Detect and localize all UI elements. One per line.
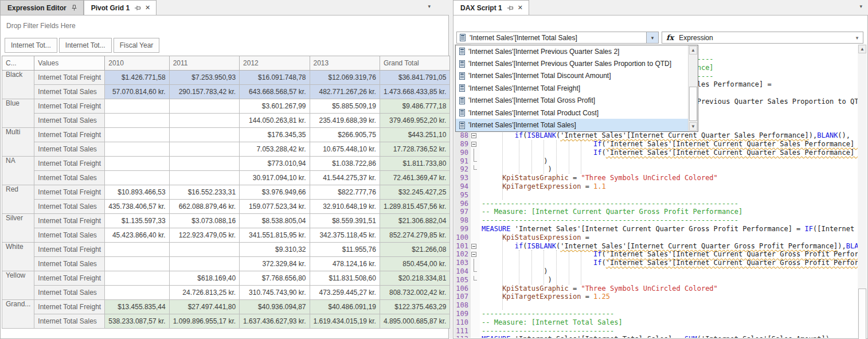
tab-pivot-grid[interactable]: Pivot Grid 1 ✕ bbox=[84, 0, 157, 15]
pivot-value-cell[interactable]: $122.375.463,29 bbox=[380, 300, 449, 314]
expression-combobox-dropdown-button[interactable]: ▾ bbox=[851, 35, 863, 41]
scrollbar-thumb[interactable] bbox=[858, 289, 866, 339]
pivot-value-cell[interactable]: $7.253.950,93 bbox=[169, 71, 239, 85]
tab-expression-editor[interactable]: Expression Editor bbox=[0, 0, 84, 15]
pivot-value-cell[interactable]: $8.559.391,51 bbox=[310, 214, 380, 228]
measure-dropdown-item[interactable]: 'Internet Sales'[Internet Total Freight] bbox=[456, 82, 698, 94]
measure-dropdown-item[interactable]: 'Internet Sales'[Internet Total Sales] bbox=[456, 119, 698, 131]
pivot-value-cell[interactable]: 57.070.814,60 kr. bbox=[105, 85, 169, 99]
pivot-category-cell[interactable]: Red bbox=[2, 185, 34, 214]
pivot-measure-label[interactable]: Internet Total Sales bbox=[34, 200, 105, 214]
pivot-value-cell[interactable]: $16.552.233,31 bbox=[169, 185, 239, 200]
pivot-value-cell[interactable]: $1.811.733,80 bbox=[380, 157, 449, 171]
pivot-value-cell[interactable]: $3.601.267,99 bbox=[240, 99, 310, 114]
pivot-value-cell[interactable]: 1.289.815.457,56 kr. bbox=[380, 200, 449, 214]
pivot-value-cell[interactable] bbox=[169, 157, 239, 171]
pivot-measure-label[interactable]: Internet Total Freight bbox=[34, 271, 105, 286]
pivot-value-cell[interactable] bbox=[169, 114, 239, 128]
pivot-value-cell[interactable]: 1.637.436.627,93 kr. bbox=[240, 314, 310, 329]
pivot-value-cell[interactable]: $618.169,40 bbox=[169, 271, 239, 286]
pivot-value-cell[interactable]: 72.461.369,47 kr. bbox=[380, 171, 449, 185]
pivot-value-cell[interactable] bbox=[169, 243, 239, 257]
pivot-value-cell[interactable]: 342.375.118,45 kr. bbox=[310, 228, 380, 243]
pivot-value-cell[interactable]: 662.088.879,46 kr. bbox=[169, 200, 239, 214]
pivot-value-cell[interactable] bbox=[105, 157, 169, 171]
filter-field-button[interactable]: Internet Tot... bbox=[59, 38, 112, 53]
pivot-value-cell[interactable]: 341.551.815,95 kr. bbox=[240, 228, 310, 243]
pivot-value-cell[interactable] bbox=[105, 271, 169, 286]
pivot-value-cell[interactable]: 852.274.279,85 kr. bbox=[380, 228, 449, 243]
pivot-value-cell[interactable]: $5.885.509,19 bbox=[310, 99, 380, 114]
pivot-value-cell[interactable]: $13.455.835,44 bbox=[105, 300, 169, 314]
pivot-value-cell[interactable] bbox=[105, 114, 169, 128]
pivot-value-cell[interactable] bbox=[105, 99, 169, 114]
pivot-value-cell[interactable] bbox=[169, 171, 239, 185]
pin-icon[interactable] bbox=[71, 5, 77, 11]
scroll-up-icon[interactable]: ▲ bbox=[689, 46, 697, 54]
pivot-value-cell[interactable]: $11.831.508,60 bbox=[310, 271, 380, 286]
pivot-measure-label[interactable]: Internet Total Freight bbox=[34, 99, 105, 114]
pivot-value-cell[interactable]: 435.738.406,57 kr. bbox=[105, 200, 169, 214]
pivot-measure-label[interactable]: Internet Total Freight bbox=[34, 71, 105, 85]
pivot-measure-label[interactable]: Internet Total Sales bbox=[34, 286, 105, 300]
pivot-value-cell[interactable] bbox=[105, 142, 169, 157]
pivot-value-cell[interactable]: 30.917.094,10 kr. bbox=[240, 171, 310, 185]
pivot-column-header[interactable]: 2012 bbox=[240, 56, 310, 71]
fold-marker[interactable] bbox=[468, 250, 480, 259]
pivot-measure-label[interactable]: Internet Total Sales bbox=[34, 171, 105, 185]
pivot-value-cell[interactable]: 290.157.783,42 kr. bbox=[169, 85, 239, 99]
pivot-value-cell[interactable]: 4.895.000.685,87 kr. bbox=[380, 314, 449, 329]
pivot-value-cell[interactable] bbox=[169, 142, 239, 157]
pivot-value-cell[interactable]: $20.218.334,81 bbox=[380, 271, 449, 286]
pivot-value-cell[interactable] bbox=[105, 243, 169, 257]
pivot-value-cell[interactable]: 10.675.448,10 kr. bbox=[310, 142, 380, 157]
pivot-value-cell[interactable]: 24.726.813,25 kr. bbox=[169, 286, 239, 300]
fold-marker[interactable] bbox=[468, 131, 480, 140]
pivot-value-cell[interactable]: $3.073.088,16 bbox=[169, 214, 239, 228]
pivot-value-cell[interactable]: $40.936.094,87 bbox=[240, 300, 310, 314]
pivot-value-cell[interactable]: 45.423.866,40 kr. bbox=[105, 228, 169, 243]
scroll-down-icon[interactable]: ▼ bbox=[689, 122, 697, 131]
tab-overflow-icon[interactable]: ▾ bbox=[428, 3, 431, 9]
pivot-measure-label[interactable]: Internet Total Freight bbox=[34, 185, 105, 200]
pivot-value-cell[interactable]: 379.469.952,20 kr. bbox=[380, 114, 449, 128]
pivot-value-cell[interactable]: 41.544.275,37 kr. bbox=[310, 171, 380, 185]
scroll-up-icon[interactable]: ▲ bbox=[858, 45, 866, 53]
fold-marker[interactable] bbox=[468, 242, 480, 251]
measure-combobox[interactable]: 'Internet Sales'[Internet Total Sales] ▾ bbox=[456, 32, 659, 44]
pivot-grid[interactable]: C...Values2010201120122013Grand Total Bl… bbox=[2, 56, 450, 329]
pivot-value-cell[interactable]: 808.732.002,42 kr. bbox=[380, 286, 449, 300]
pivot-value-cell[interactable]: 1.473.668.433,85 kr. bbox=[380, 85, 449, 99]
pivot-category-cell[interactable]: Grand... bbox=[2, 300, 34, 329]
pivot-value-cell[interactable]: $9.310,32 bbox=[240, 243, 310, 257]
dropdown-scrollbar[interactable]: ▲ ▼ bbox=[688, 45, 698, 131]
pivot-value-cell[interactable]: $21.306.882,04 bbox=[380, 214, 449, 228]
pivot-value-cell[interactable] bbox=[169, 99, 239, 114]
pivot-value-cell[interactable]: $40.486.091,19 bbox=[310, 300, 380, 314]
pivot-value-cell[interactable] bbox=[105, 257, 169, 271]
measure-dropdown-item[interactable]: 'Internet Sales'[Internet Previous Quart… bbox=[456, 45, 698, 57]
pivot-value-cell[interactable]: $9.486.777,18 bbox=[380, 99, 449, 114]
pivot-value-cell[interactable]: 310.745.743,90 kr. bbox=[240, 286, 310, 300]
pivot-measure-label[interactable]: Internet Total Sales bbox=[34, 228, 105, 243]
pivot-value-cell[interactable]: $11.955,76 bbox=[310, 243, 380, 257]
pivot-value-cell[interactable]: $1.038.722,86 bbox=[310, 157, 380, 171]
pivot-category-cell[interactable]: NA bbox=[2, 157, 34, 185]
pivot-measure-label[interactable]: Internet Total Sales bbox=[34, 142, 105, 157]
scrollbar-thumb[interactable] bbox=[689, 87, 697, 121]
pivot-value-cell[interactable]: $32.245.427,25 bbox=[380, 185, 449, 200]
pivot-measure-label[interactable]: Internet Total Freight bbox=[34, 300, 105, 314]
pivot-value-cell[interactable]: 7.053.288,42 kr. bbox=[240, 142, 310, 157]
pivot-value-cell[interactable]: $8.538.805,04 bbox=[240, 214, 310, 228]
pivot-measure-label[interactable]: Internet Total Sales bbox=[34, 314, 105, 329]
pivot-value-cell[interactable]: 538.233.087,57 kr. bbox=[105, 314, 169, 329]
pivot-value-cell[interactable]: $1.135.597,33 bbox=[105, 214, 169, 228]
pivot-value-cell[interactable] bbox=[169, 257, 239, 271]
fold-marker[interactable] bbox=[468, 140, 480, 149]
pivot-category-cell[interactable]: Multi bbox=[2, 128, 34, 157]
pivot-measure-label[interactable]: Internet Total Sales bbox=[34, 85, 105, 99]
pivot-value-cell[interactable]: $822.777,76 bbox=[310, 185, 380, 200]
measure-dropdown-item[interactable]: 'Internet Sales'[Internet Total Discount… bbox=[456, 70, 698, 82]
expression-combobox[interactable]: fx Expression ▾ bbox=[662, 32, 863, 44]
pivot-value-cell[interactable]: $12.069.319,76 bbox=[310, 71, 380, 85]
